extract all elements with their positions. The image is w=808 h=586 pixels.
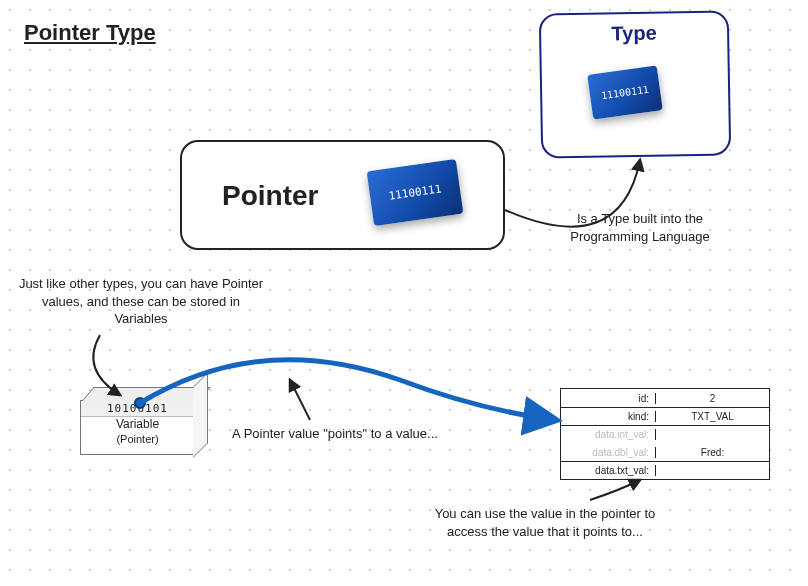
- binary-chip-icon: 11100111: [587, 65, 663, 119]
- struct-val: TXT_VAL: [656, 411, 769, 422]
- pointer-label: Pointer: [222, 180, 318, 212]
- note-variable-storage: Just like other types, you can have Poin…: [16, 275, 266, 328]
- variable-name: Variable: [81, 417, 194, 431]
- type-label: Type: [541, 20, 727, 46]
- struct-table: id:2 kind:TXT_VAL data.int_val: data.dbl…: [560, 388, 770, 480]
- variable-subtitle: (Pointer): [81, 433, 194, 445]
- struct-val: 2: [656, 393, 769, 404]
- struct-key: data.dbl_val:: [561, 447, 656, 458]
- struct-key: data.int_val:: [561, 429, 656, 440]
- struct-key: kind:: [561, 411, 656, 422]
- page-title: Pointer Type: [24, 20, 156, 46]
- struct-val: Fred:: [656, 447, 769, 458]
- pointer-origin-dot: [134, 397, 146, 409]
- struct-key: data.txt_val:: [561, 465, 656, 476]
- note-type-builtin: Is a Type built into the Programming Lan…: [540, 210, 740, 245]
- struct-key: id:: [561, 393, 656, 404]
- note-points-to: A Pointer value "points" to a value...: [225, 425, 445, 443]
- note-pointer-access: You can use the value in the pointer to …: [420, 505, 670, 540]
